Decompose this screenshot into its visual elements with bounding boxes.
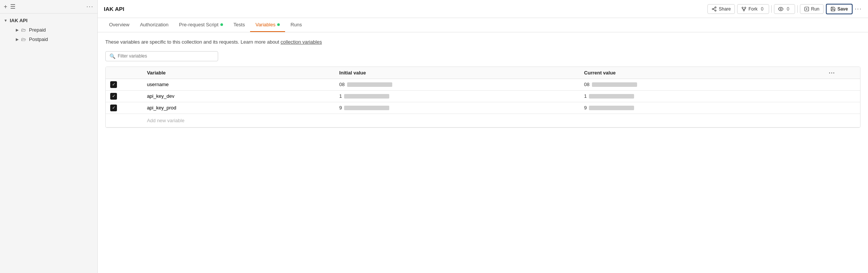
col-header-initial: Initial value [335,67,580,79]
blurred-value-5 [344,106,389,110]
blurred-value-2 [592,82,637,87]
row-checkbox-api-key-dev[interactable]: ✓ [110,93,117,100]
add-variable-label[interactable]: Add new variable [143,114,335,127]
folder-icon: 🗁 [21,27,26,33]
col-header-more[interactable]: ··· [824,67,860,79]
sidebar-item-prepaid[interactable]: ▶ 🗁 Prepaid [12,25,97,35]
sidebar-more-icon[interactable]: ··· [86,3,94,10]
initial-value-username: 08 [339,82,575,87]
watch-button[interactable]: 0 [774,4,795,14]
svg-point-0 [715,7,716,8]
svg-point-5 [743,9,745,11]
content-description: These variables are specific to this col… [105,38,860,46]
chevron-right-icon: ▶ [16,28,19,32]
initial-value-api-key-prod: 9 [339,105,575,111]
content-area: These variables are specific to this col… [98,32,868,273]
col-header-variable: Variable [143,67,335,79]
chevron-right-icon-2: ▶ [16,37,19,41]
variable-name-api-key-prod: api_key_prod [143,102,335,114]
topbar-actions: Share Fork 0 0 Run Save ··· [707,4,862,14]
pre-request-dot [220,23,223,26]
svg-point-10 [780,8,782,10]
current-value-api-key-prod: 9 [584,105,820,111]
sidebar-item-label: Prepaid [29,27,46,33]
svg-point-1 [712,8,714,10]
add-icon[interactable]: + [4,3,7,10]
svg-point-2 [715,10,716,11]
sidebar-item-postpaid[interactable]: ▶ 🗁 Postpaid [12,35,97,44]
tab-overview[interactable]: Overview [104,18,135,32]
table-row: ✓ username 08 08 [106,79,860,90]
run-icon [804,6,809,12]
fork-button[interactable]: Fork 0 [737,4,769,14]
tab-runs[interactable]: Runs [285,18,307,32]
svg-marker-12 [806,8,807,10]
fork-count: 0 [759,6,765,12]
sidebar-root-item[interactable]: ▼ IAK API [0,16,97,25]
table-row: ✓ api_key_dev 1 1 [106,90,860,102]
sidebar-root-label: IAK API [10,18,27,23]
filter-input[interactable] [118,53,214,59]
filter-bar: 🔍 [105,51,860,61]
blurred-value-4 [589,94,634,99]
tab-pre-request-script[interactable]: Pre-request Script [174,18,228,32]
blurred-value [347,82,392,87]
col-header-check [106,67,143,79]
variables-table-wrapper: Variable Initial value Current value ···… [105,67,860,128]
svg-point-6 [742,7,744,8]
blurred-value-3 [344,94,389,99]
sidebar: + ☰ ··· ▼ IAK API ▶ 🗁 Prepaid ▶ 🗁 Postpa… [0,0,98,273]
watch-count: 0 [785,6,791,12]
main-panel: IAK API Share Fork 0 0 Run [98,0,868,273]
tabs-bar: Overview Authorization Pre-request Scrip… [98,18,868,32]
current-value-api-key-dev: 1 [584,93,820,99]
svg-point-7 [745,7,746,8]
tab-variables[interactable]: Variables [250,18,285,32]
filter-input-wrapper: 🔍 [105,51,218,61]
topbar-more-icon[interactable]: ··· [855,6,862,12]
svg-line-4 [713,8,715,8]
topbar-divider-2 [797,5,798,13]
share-icon [712,6,717,12]
current-value-username: 08 [584,82,820,87]
row-checkbox-username[interactable]: ✓ [110,81,117,88]
add-variable-row: Add new variable [106,114,860,127]
tab-tests[interactable]: Tests [228,18,250,32]
list-icon[interactable]: ☰ [10,3,15,10]
col-header-current: Current value [580,67,824,79]
collection-variables-link[interactable]: collection variables [281,39,322,45]
initial-value-api-key-dev: 1 [339,93,575,99]
topbar: IAK API Share Fork 0 0 Run [98,0,868,18]
svg-line-3 [713,9,715,10]
folder-icon-2: 🗁 [21,36,26,42]
variables-table: Variable Initial value Current value ···… [106,67,860,127]
variables-dot [277,23,280,26]
variable-name-username: username [143,79,335,90]
save-button[interactable]: Save [826,4,853,14]
blurred-value-6 [589,106,634,110]
sidebar-tree: ▼ IAK API ▶ 🗁 Prepaid ▶ 🗁 Postpaid [0,14,97,46]
run-button[interactable]: Run [800,4,824,14]
page-title: IAK API [104,6,703,12]
search-icon: 🔍 [109,53,115,59]
tab-authorization[interactable]: Authorization [135,18,174,32]
table-row: ✓ api_key_prod 9 9 [106,102,860,114]
variable-name-api-key-dev: api_key_dev [143,90,335,102]
fork-icon [741,6,747,12]
save-icon [830,6,836,12]
row-checkbox-api-key-prod[interactable]: ✓ [110,105,117,111]
chevron-down-icon: ▼ [4,18,8,23]
share-button[interactable]: Share [707,4,735,14]
topbar-divider [771,5,772,13]
sidebar-children: ▶ 🗁 Prepaid ▶ 🗁 Postpaid [0,25,97,44]
eye-icon [778,6,783,12]
sidebar-toolbar: + ☰ ··· [0,0,97,14]
sidebar-item-label-2: Postpaid [29,36,48,42]
